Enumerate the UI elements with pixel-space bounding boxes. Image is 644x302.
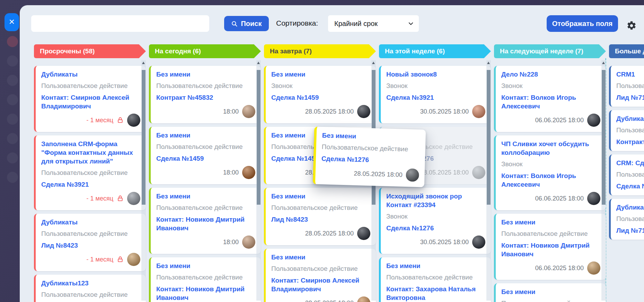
scrollbar-thumb[interactable] [257, 70, 261, 205]
card[interactable]: Дубликаты Пользовательское действие Лид … [34, 214, 146, 271]
scrollbar-thumb[interactable] [487, 70, 491, 205]
card-footer: 06.06.2025 18:00 [501, 261, 600, 275]
card[interactable]: Дубликаты Пользовательское действие Лид … [609, 199, 644, 240]
card-footer: 30.05.2025 18:00 [386, 235, 485, 249]
card-date: 18:00 [223, 169, 239, 176]
sort-select[interactable]: Крайний срок [328, 15, 419, 32]
card-link[interactable]: Контакт: Захарова Наталья Викторовна [386, 285, 485, 302]
scroll-up-icon[interactable] [602, 62, 605, 64]
card[interactable]: Новый звонок8 Звонок Сделка №3921 30.05.… [379, 66, 491, 123]
card-link[interactable]: Сделка №3921 [386, 93, 485, 102]
column-header: Больше дв [609, 44, 644, 58]
card[interactable]: Дело №228 Звонок Контакт: Волков Игорь А… [494, 66, 606, 132]
card[interactable]: Дубликаты Пользовательское действие Конт… [34, 66, 146, 132]
card-title: Без имени [156, 192, 255, 201]
card[interactable]: Заполнена CRM-форма "Форма контактных да… [34, 135, 146, 210]
scrollbar-thumb[interactable] [602, 70, 606, 205]
card-link[interactable]: Контакт: Волков Игорь Алексеевич [501, 171, 600, 189]
column-title: На сегодня (6) [155, 47, 201, 55]
card[interactable]: Без имени Пользовательское действие Конт… [149, 188, 261, 254]
card[interactable]: Исходящий звонок pop Контакт #23394 Звон… [379, 188, 491, 254]
card-date: 28.05.2025 18:00 [420, 169, 469, 176]
card-title: Без имени [156, 131, 255, 140]
drag-card[interactable]: Без имени Пользовательское действие Сдел… [313, 127, 426, 187]
card-subtitle: Пользовательское действие [271, 204, 370, 212]
card[interactable]: Без имени Пользовательское действие [494, 283, 606, 302]
card[interactable]: Без имени Пользовательское действие Конт… [264, 249, 376, 302]
card-link[interactable]: Контакт: Смирнов Алексей Владимирович [41, 93, 140, 110]
scrollbar-thumb[interactable] [142, 70, 145, 205]
column-title: Больше дв [615, 47, 644, 55]
toolbar: Поиск Сортировка: Крайний срок Отображат… [20, 5, 644, 43]
sidebar-app-icon [7, 133, 18, 144]
column: На следующей неделе (7) Дело №228 Звонок… [494, 44, 606, 302]
column-scrollbar[interactable] [141, 60, 146, 301]
card[interactable]: Без имени Звонок Сделка №1459 28.05.2025… [264, 66, 376, 123]
card-link[interactable]: Контакт: Смирнов Алексей Владимирович [271, 276, 370, 293]
scroll-up-icon[interactable] [142, 62, 145, 64]
card-date: 28.05.2025 18:00 [305, 300, 354, 302]
card-link[interactable]: Лид №8423 [271, 215, 370, 224]
card-link[interactable]: Контакт: Новиков Дмитрий Иванович [156, 215, 255, 232]
scroll-up-icon[interactable] [372, 62, 375, 64]
card[interactable]: Дубликаты123 Пользовательское действие К… [34, 275, 146, 302]
card[interactable]: CRM: Сдел Пользовательское действие Сдел… [609, 154, 644, 195]
avatar [127, 114, 140, 127]
card[interactable]: Без имени Пользовательское действие Конт… [149, 66, 261, 123]
card[interactable]: Без имени Пользовательское действие Сдел… [149, 127, 261, 184]
display-fields-label: Отображать поля [552, 20, 612, 28]
display-fields-button[interactable]: Отображать поля [547, 15, 618, 32]
column-scrollbar[interactable] [256, 60, 261, 301]
lock-icon [117, 195, 124, 202]
card[interactable]: Без имени Пользовательское действие Конт… [379, 257, 491, 302]
avatar [587, 192, 600, 205]
search-button[interactable]: Поиск [224, 16, 269, 31]
card-link[interactable]: Сделка №1 [616, 182, 644, 190]
card[interactable]: Без имени Пользовательское действие Конт… [149, 257, 261, 302]
card-link[interactable]: Контакт: Новиков Дмитрий Иванович [156, 285, 255, 302]
card-link[interactable]: Сделка №1459 [156, 154, 255, 163]
lock-icon [117, 256, 124, 263]
card-link[interactable]: Сделка №1276 [386, 224, 485, 232]
card-link[interactable]: Контракт №45832 [156, 93, 255, 102]
column-header: На сегодня (6) [149, 44, 261, 58]
card-link[interactable]: Сделка №1459 [271, 93, 370, 102]
card-title: CRM1 [616, 70, 644, 79]
card-date: - 1 месяц [87, 256, 113, 263]
card-link[interactable]: Контакт: Новиков Дмитрий Иванович [501, 241, 600, 258]
card-link[interactable]: Сделка №3921 [41, 180, 140, 189]
card-link[interactable]: Контракт № [616, 137, 644, 146]
column-title: Просрочены (58) [40, 47, 95, 55]
card[interactable]: ЧП Сливки хочет обсудить коллобарацию Зв… [494, 135, 606, 210]
card[interactable]: Без имени Пользовательское действие Конт… [494, 214, 606, 280]
card-link[interactable]: Лид №8423 [41, 241, 140, 250]
card[interactable]: Без имени Пользовательское действие Лид … [264, 188, 376, 245]
card-title: CRM: Сдел [616, 159, 644, 167]
card-title: Дубликаты [41, 218, 140, 226]
card-link[interactable]: Лид №7126 [616, 226, 644, 235]
card-subtitle: Звонок [501, 160, 600, 168]
sidebar-app-icon [7, 172, 18, 183]
card[interactable]: CRM1 Пользовательское действие Лид №7126 [609, 66, 644, 107]
chevron-down-icon [408, 20, 414, 27]
card-link[interactable]: Сделка №1276 [321, 154, 420, 166]
card-footer: 18:00 [156, 105, 255, 118]
close-panel-button[interactable]: × [5, 13, 19, 31]
card-title: Без имени [501, 218, 600, 226]
scroll-up-icon[interactable] [257, 62, 260, 64]
card-link[interactable]: Контакт: Волков Игорь Алексеевич [501, 93, 600, 110]
search-input[interactable] [31, 15, 209, 32]
column-scrollbar[interactable] [601, 60, 606, 301]
card-footer: 06.06.2025 18:00 [501, 192, 600, 205]
card-link[interactable]: Лид №7126 [616, 93, 644, 102]
card-footer: 06.06.2025 18:00 [501, 113, 600, 127]
avatar [242, 166, 255, 179]
card[interactable]: Дубликаты Пользовательское действие Конт… [609, 110, 644, 151]
scroll-up-icon[interactable] [487, 62, 490, 64]
card-title: Новый звонок8 [386, 70, 485, 79]
avatar [587, 261, 600, 275]
avatar [587, 114, 600, 127]
column-header: На завтра (7) [264, 44, 376, 58]
column-scrollbar[interactable] [486, 60, 491, 301]
gear-icon[interactable] [626, 20, 637, 31]
